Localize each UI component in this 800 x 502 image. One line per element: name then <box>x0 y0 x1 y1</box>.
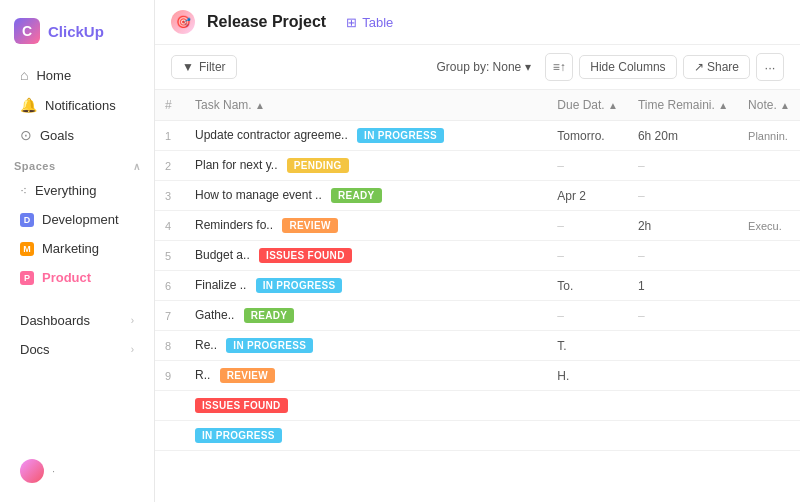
time-remaining <box>628 361 738 391</box>
task-name[interactable]: Budget a.. ISSUES FOUND <box>185 241 547 271</box>
due-date: Tomorro. <box>547 121 628 151</box>
filter-button[interactable]: ▼ Filter <box>171 55 237 79</box>
row-number: 6 <box>155 271 185 301</box>
table-view-label: Table <box>362 15 393 30</box>
table-row[interactable]: 9R.. REVIEWH. <box>155 361 800 391</box>
task-table-container: # Task Nam. ▲ Due Dat. ▲ Time Remaini. ▲… <box>155 90 800 502</box>
task-name[interactable]: ISSUES FOUND <box>185 391 547 421</box>
table-view-button[interactable]: ⊞ Table <box>338 12 401 33</box>
share-icon: ↗ <box>694 60 704 74</box>
sidebar-item-label: Marketing <box>42 241 99 256</box>
table-row[interactable]: 8Re.. IN PROGRESST. <box>155 331 800 361</box>
col-header-num: # <box>155 90 185 121</box>
sidebar-item-product[interactable]: P Product <box>6 264 148 291</box>
table-header-row: # Task Nam. ▲ Due Dat. ▲ Time Remaini. ▲… <box>155 90 800 121</box>
logo: C ClickUp <box>0 12 154 60</box>
table-row[interactable]: 2Plan for next y.. PENDING–– <box>155 151 800 181</box>
table-row[interactable]: 6Finalize .. IN PROGRESSTo.1 <box>155 271 800 301</box>
status-badge: REVIEW <box>282 218 337 233</box>
sidebar-item-label: Docs <box>20 342 50 357</box>
hide-columns-label: Hide Columns <box>590 60 665 74</box>
status-badge: IN PROGRESS <box>195 428 282 443</box>
sidebar-item-user[interactable]: · <box>6 453 148 489</box>
sidebar-item-label: Product <box>42 270 91 285</box>
logo-icon: C <box>14 18 40 44</box>
task-name[interactable]: IN PROGRESS <box>185 421 547 451</box>
col-header-time[interactable]: Time Remaini. ▲ <box>628 90 738 121</box>
table-row[interactable]: IN PROGRESS <box>155 421 800 451</box>
notes <box>738 301 800 331</box>
row-number <box>155 391 185 421</box>
table-row[interactable]: 5Budget a.. ISSUES FOUND–– <box>155 241 800 271</box>
notes: Execu. <box>738 211 800 241</box>
user-name: · <box>52 465 55 477</box>
main-content: 🎯 Release Project ⊞ Table ▼ Filter Group… <box>155 0 800 502</box>
table-row[interactable]: 7Gathe.. READY–– <box>155 301 800 331</box>
task-name[interactable]: Plan for next y.. PENDING <box>185 151 547 181</box>
task-name[interactable]: Gathe.. READY <box>185 301 547 331</box>
filter-icon: ▼ <box>182 60 194 74</box>
task-name[interactable]: Reminders fo.. REVIEW <box>185 211 547 241</box>
sidebar-item-everything[interactable]: ⁖ Everything <box>6 177 148 204</box>
sidebar-item-label: Development <box>42 212 119 227</box>
sidebar-item-docs[interactable]: Docs › <box>6 336 148 363</box>
time-remaining: – <box>628 301 738 331</box>
task-name[interactable]: Update contractor agreeme.. IN PROGRESS <box>185 121 547 151</box>
product-dot: P <box>20 271 34 285</box>
due-date: – <box>547 301 628 331</box>
group-by-selector[interactable]: Group by: None ▾ <box>429 56 540 78</box>
dropdown-icon: ▾ <box>525 60 531 74</box>
time-remaining: 6h 20m <box>628 121 738 151</box>
due-date <box>547 391 628 421</box>
row-number: 4 <box>155 211 185 241</box>
sort-icon: ≡↑ <box>553 60 566 74</box>
sidebar-item-notifications[interactable]: 🔔 Notifications <box>6 91 148 119</box>
task-name[interactable]: Finalize .. IN PROGRESS <box>185 271 547 301</box>
table-view-icon: ⊞ <box>346 15 357 30</box>
status-badge: PENDING <box>287 158 349 173</box>
sidebar-item-dashboards[interactable]: Dashboards › <box>6 307 148 334</box>
time-remaining <box>628 391 738 421</box>
sort-button[interactable]: ≡↑ <box>545 53 573 81</box>
table-row[interactable]: ISSUES FOUND <box>155 391 800 421</box>
marketing-dot: M <box>20 242 34 256</box>
sidebar-item-marketing[interactable]: M Marketing <box>6 235 148 262</box>
hide-columns-button[interactable]: Hide Columns <box>579 55 676 79</box>
sidebar: C ClickUp ⌂ Home 🔔 Notifications ⊙ Goals… <box>0 0 155 502</box>
sidebar-item-development[interactable]: D Development <box>6 206 148 233</box>
row-number <box>155 421 185 451</box>
status-badge: REVIEW <box>220 368 275 383</box>
sidebar-item-label: Notifications <box>45 98 116 113</box>
table-row[interactable]: 4Reminders fo.. REVIEW–2hExecu. <box>155 211 800 241</box>
group-by-label: Group by: None <box>437 60 522 74</box>
notes <box>738 391 800 421</box>
notes <box>738 151 800 181</box>
table-row[interactable]: 1Update contractor agreeme.. IN PROGRESS… <box>155 121 800 151</box>
time-remaining <box>628 421 738 451</box>
due-date: To. <box>547 271 628 301</box>
due-date: – <box>547 241 628 271</box>
sidebar-item-goals[interactable]: ⊙ Goals <box>6 121 148 149</box>
notes <box>738 241 800 271</box>
col-header-due[interactable]: Due Dat. ▲ <box>547 90 628 121</box>
row-number: 7 <box>155 301 185 331</box>
chevron-icon: ∧ <box>133 161 141 172</box>
col-header-notes[interactable]: Note. ▲ <box>738 90 800 121</box>
bell-icon: 🔔 <box>20 97 37 113</box>
status-badge: READY <box>331 188 382 203</box>
task-name[interactable]: Re.. IN PROGRESS <box>185 331 547 361</box>
project-title: Release Project <box>207 13 326 31</box>
sidebar-item-home[interactable]: ⌂ Home <box>6 61 148 89</box>
collapse-icon: › <box>131 315 134 326</box>
more-options-button[interactable]: ··· <box>756 53 784 81</box>
home-icon: ⌂ <box>20 67 28 83</box>
share-button[interactable]: ↗ Share <box>683 55 750 79</box>
col-header-task[interactable]: Task Nam. ▲ <box>185 90 547 121</box>
toolbar-right: Group by: None ▾ ≡↑ Hide Columns ↗ Share… <box>429 53 784 81</box>
task-name[interactable]: R.. REVIEW <box>185 361 547 391</box>
row-number: 8 <box>155 331 185 361</box>
task-name[interactable]: How to manage event .. READY <box>185 181 547 211</box>
status-badge: IN PROGRESS <box>226 338 313 353</box>
table-row[interactable]: 3How to manage event .. READYApr 2– <box>155 181 800 211</box>
logo-text: ClickUp <box>48 23 104 40</box>
